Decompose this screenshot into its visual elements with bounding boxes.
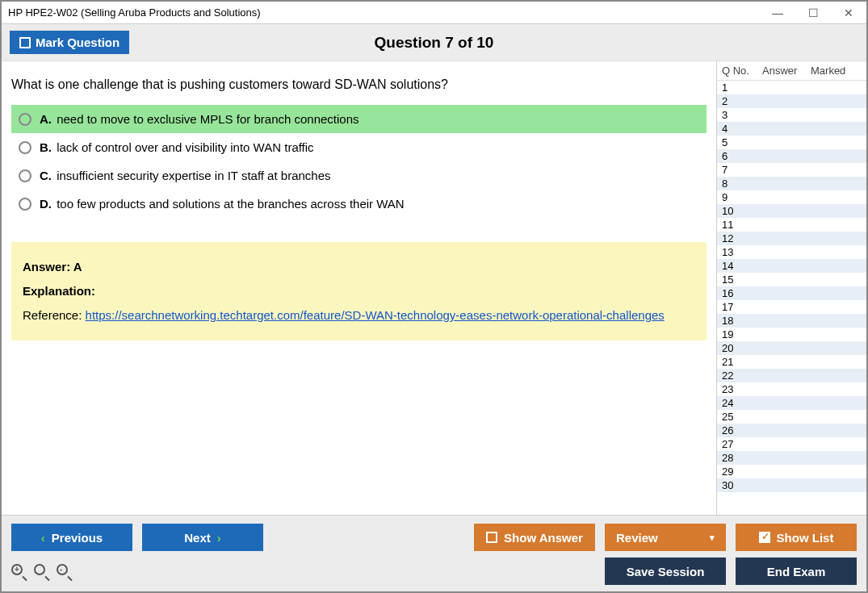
row-qno: 1 [722, 81, 762, 94]
col-qno: Q No. [722, 65, 762, 77]
row-answer [762, 219, 811, 231]
save-session-button[interactable]: Save Session [605, 558, 726, 585]
list-row[interactable]: 20 [717, 341, 866, 355]
row-marked [811, 260, 862, 272]
row-qno: 6 [722, 150, 762, 162]
list-row[interactable]: 7 [717, 163, 866, 177]
show-list-button[interactable]: Show List [736, 524, 857, 551]
option-b[interactable]: B. lack of control over and visibility i… [11, 133, 707, 161]
zoom-controls: + - [11, 562, 74, 580]
list-row[interactable]: 11 [717, 218, 866, 232]
row-marked [811, 81, 862, 94]
row-marked [811, 452, 862, 464]
list-row[interactable]: 30 [717, 478, 866, 492]
previous-button[interactable]: ‹ Previous [11, 524, 132, 551]
list-row[interactable]: 18 [717, 314, 866, 328]
row-answer [762, 177, 811, 190]
close-button[interactable]: ✕ [831, 2, 866, 24]
row-answer [762, 109, 811, 121]
option-a[interactable]: A. need to move to exclusive MPLS for br… [11, 105, 707, 133]
row-qno: 19 [722, 328, 762, 340]
row-answer [762, 246, 811, 258]
list-row[interactable]: 21 [717, 355, 866, 369]
list-row[interactable]: 22 [717, 369, 866, 382]
checkbox-icon [19, 37, 31, 48]
row-qno: 27 [722, 438, 762, 450]
row-qno: 16 [722, 287, 762, 299]
list-row[interactable]: 12 [717, 232, 866, 245]
row-answer [762, 328, 811, 340]
list-row[interactable]: 13 [717, 245, 866, 259]
minimize-button[interactable]: — [760, 2, 795, 24]
row-marked [811, 274, 862, 286]
row-marked [811, 232, 862, 244]
reference-link[interactable]: https://searchnetworking.techtarget.com/… [86, 308, 665, 322]
mark-question-button[interactable]: Mark Question [10, 31, 129, 54]
list-row[interactable]: 14 [717, 259, 866, 273]
list-row[interactable]: 8 [717, 177, 866, 190]
explanation-label: Explanation: [23, 284, 95, 298]
row-answer [762, 205, 811, 217]
row-marked [811, 466, 862, 478]
list-row[interactable]: 23 [717, 382, 866, 396]
list-row[interactable]: 17 [717, 300, 866, 314]
list-row[interactable]: 1 [717, 81, 866, 94]
row-answer [762, 315, 811, 327]
row-answer [762, 411, 811, 423]
list-row[interactable]: 26 [717, 424, 866, 437]
row-marked [811, 150, 862, 162]
question-list-panel: Q No. Answer Marked 12345678910111213141… [716, 61, 866, 515]
row-answer [762, 232, 811, 244]
list-row[interactable]: 9 [717, 190, 866, 204]
show-answer-button[interactable]: Show Answer [474, 524, 595, 551]
row-answer [762, 356, 811, 368]
row-qno: 2 [722, 95, 762, 107]
row-marked [811, 328, 862, 340]
window-title: HP HPE2-W02 (Selling Aruba Products and … [8, 6, 261, 19]
row-marked [811, 109, 862, 121]
row-qno: 30 [722, 479, 762, 491]
radio-icon [19, 169, 31, 182]
list-row[interactable]: 4 [717, 122, 866, 136]
list-row[interactable]: 15 [717, 273, 866, 286]
option-text: B. lack of control over and visibility i… [40, 140, 314, 154]
list-header: Q No. Answer Marked [717, 61, 866, 81]
list-row[interactable]: 10 [717, 204, 866, 218]
maximize-button[interactable]: ☐ [795, 2, 831, 24]
row-marked [811, 397, 862, 409]
list-row[interactable]: 16 [717, 286, 866, 300]
row-answer [762, 424, 811, 436]
row-qno: 5 [722, 136, 762, 148]
row-qno: 28 [722, 452, 762, 464]
review-button[interactable]: Review ▾ [605, 524, 726, 551]
zoom-reset-button[interactable] [34, 562, 52, 580]
row-answer [762, 95, 811, 107]
answer-box: Answer: A Explanation: Reference: https:… [11, 242, 707, 340]
end-exam-button[interactable]: End Exam [736, 558, 857, 585]
list-row[interactable]: 28 [717, 451, 866, 465]
list-row[interactable]: 3 [717, 108, 866, 122]
list-row[interactable]: 27 [717, 437, 866, 451]
row-qno: 20 [722, 342, 762, 354]
list-rows[interactable]: 1234567891011121314151617181920212223242… [717, 81, 866, 515]
row-marked [811, 123, 862, 135]
row-qno: 7 [722, 164, 762, 176]
list-row[interactable]: 29 [717, 465, 866, 478]
option-c[interactable]: C. insufficient security expertise in IT… [11, 161, 707, 190]
list-row[interactable]: 6 [717, 149, 866, 163]
row-answer [762, 301, 811, 313]
list-row[interactable]: 25 [717, 410, 866, 424]
list-row[interactable]: 24 [717, 396, 866, 410]
row-answer [762, 370, 811, 382]
list-row[interactable]: 5 [717, 136, 866, 149]
list-row[interactable]: 19 [717, 328, 866, 341]
next-button[interactable]: Next › [142, 524, 263, 551]
zoom-in-button[interactable]: + [11, 562, 29, 580]
mark-question-label: Mark Question [36, 35, 120, 49]
zoom-out-button[interactable]: - [57, 562, 74, 580]
question-pane: What is one challenge that is pushing cu… [2, 61, 716, 515]
list-row[interactable]: 2 [717, 94, 866, 108]
option-d[interactable]: D. too few products and solutions at the… [11, 190, 707, 218]
row-marked [811, 370, 862, 382]
row-marked [811, 424, 862, 436]
